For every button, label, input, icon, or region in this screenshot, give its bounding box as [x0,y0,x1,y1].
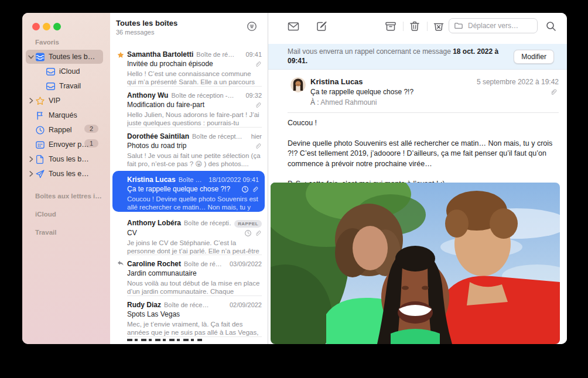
message-preview: Hello Julien, Nous adorons le faire-part… [127,111,262,127]
message-subject: Modification du faire-part [127,101,251,109]
sender-name: Dorothée Saintilan [127,132,189,140]
chevron-right-icon[interactable] [27,155,35,163]
message-preview: Hello ! C’est une connaissance commune q… [127,70,262,86]
travail-section-label[interactable]: Travail [35,229,56,236]
send-later-icon [35,140,45,150]
message-preview: Je joins le CV de Stéphanie. C’est la pe… [127,239,262,255]
close-button[interactable] [32,23,40,30]
sender-name: Samantha Bartoletti [127,50,193,59]
message-preview: Coucou ! Devine quelle photo Souvenirs e… [127,195,259,211]
move-to-input[interactable] [467,21,532,30]
reply-arrow-icon [117,259,125,267]
sidebar: Favoris Toutes les b… iCloud Travail VIP [22,13,111,344]
message-subject: Photos du road trip [127,142,251,150]
chevron-right-icon[interactable] [27,97,35,105]
message-count: 36 messages [116,29,154,36]
message-date: 03/09/2022 [230,260,262,267]
mailbox-label: Boîte de ré… [184,260,226,267]
favorites-section-label: Favoris [35,39,59,46]
mailbox-title: Toutes les boîtes [116,19,177,28]
message-subject: CV [127,229,241,237]
sidebar-item-flagged[interactable]: Marqués [26,108,103,122]
message-row[interactable]: Caroline Rochet Boîte de ré… 03/09/2022 … [110,255,268,296]
message-subject: Spots Las Vegas [127,310,262,318]
sidebar-item-all-drafts[interactable]: Tous les b… [26,152,103,166]
message-row[interactable]: Anthony Wu Boîte de réception -… 09:32 M… [110,87,268,128]
unread-count-badge: 2 [84,125,98,133]
message-subject: Ça te rappelle quelque chose ?!? [127,185,238,193]
paperclip-icon [254,60,262,68]
message-row[interactable]: Samantha Bartoletti Boîte de ré… 09:41 I… [110,46,268,87]
inbox-icon [46,81,56,91]
row-divider [127,336,262,337]
recipient-name: Ahmed Rahmouni [320,98,377,106]
modify-reminder-button[interactable]: Modifier [514,50,554,64]
sender-name: Kristina Lucas [127,176,176,184]
sidebar-item-send-later[interactable]: Envoyer p… 1 [26,138,103,152]
message-subject-line: Ça te rappelle quelque chose ?!? [310,88,413,96]
message-subject: Jardin communautaire [127,269,262,277]
paperclip-icon [549,88,558,96]
paper-plane-icon [35,169,45,179]
message-date: hier [251,133,262,140]
paperclip-icon [254,229,262,237]
message-row[interactable]: Dorothée Saintilan Boîte de récept… hier… [110,128,268,169]
message-recipient: À : Ahmed Rahmouni [310,98,377,106]
toolbar-divider [403,22,404,31]
sidebar-item-travail-inbox[interactable]: Travail [26,79,103,93]
message-sender-name: Kristina Lucas [310,77,363,86]
reminder-banner: Mail vous enverra un rappel concernant c… [268,44,567,70]
archive-icon[interactable] [384,20,397,33]
message-row[interactable]: Anthony Lobéra Boîte de récepti… RAPPEL … [110,214,268,255]
flag-icon [35,111,45,121]
message-row-selected[interactable]: Kristina Lucas Boîte … 18/10/2022 09:41 … [112,171,265,212]
move-to-field[interactable] [449,18,538,33]
all-inboxes-icon [35,52,45,62]
screenshot-stage: Favoris Toutes les b… iCloud Travail VIP [0,0,588,378]
paperclip-icon [251,185,259,193]
message-row[interactable]: Rudy Diaz Boîte de réce… 02/09/2022 Spot… [110,296,268,337]
zoom-button[interactable] [53,23,61,30]
clipped-next-row [127,339,202,341]
mailbox-label: Boîte de ré… [196,51,242,58]
sender-name: Anthony Wu [127,91,168,99]
photo-attachment[interactable] [271,183,560,344]
mailbox-label: Boîte … [179,176,206,183]
sender-avatar [290,77,306,92]
get-mail-icon[interactable] [287,20,300,33]
trash-icon[interactable] [408,20,421,33]
compose-icon[interactable] [315,20,328,33]
sidebar-item-icloud-inbox[interactable]: iCloud [26,64,103,78]
search-icon[interactable] [545,20,558,33]
sidebar-item-all-inboxes[interactable]: Toutes les b… [26,50,103,64]
junk-icon[interactable] [432,20,445,33]
message-date: 09:32 [245,92,262,99]
sidebar-item-vip[interactable]: VIP [26,94,103,108]
sidebar-item-all-sent[interactable]: Tous les e… [26,167,103,181]
document-icon [35,154,45,164]
minimize-button[interactable] [43,23,50,30]
message-date: 02/09/2022 [230,301,262,308]
count-badge: 1 [84,139,98,147]
message-preview: Salut ! Je vous ai fait une petite sélec… [127,152,262,168]
reminder-clock-icon [241,185,249,193]
icloud-section-label[interactable]: iCloud [35,211,56,218]
vip-star-icon [35,96,45,106]
sidebar-item-reminder[interactable]: Rappel 2 [26,123,103,137]
chevron-right-icon[interactable] [27,170,35,178]
message-preview: Mec, je t’envie vraiment, là. Ça fait de… [127,320,262,336]
sender-name: Anthony Lobéra [127,219,181,227]
message-body: Coucou ! Devine quelle photo Souvenirs e… [288,118,564,190]
filter-icon[interactable] [247,21,257,32]
mailbox-label: Boîte de réce… [164,301,226,308]
message-subject: Invitée du prochain épisode [127,60,251,68]
inbox-icon [46,67,56,77]
mailbox-label: Boîte de récept… [192,133,248,140]
chevron-down-icon[interactable] [27,53,35,61]
mailbox-label: Boîte de récepti… [184,219,231,226]
star-icon[interactable] [117,51,125,59]
sender-name: Caroline Rochet [127,260,181,268]
icloud-mailboxes-section-label[interactable]: Boîtes aux lettres i… [35,193,102,200]
message-date: 18/10/2022 09:41 [208,176,259,183]
toolbar-divider [427,22,428,31]
